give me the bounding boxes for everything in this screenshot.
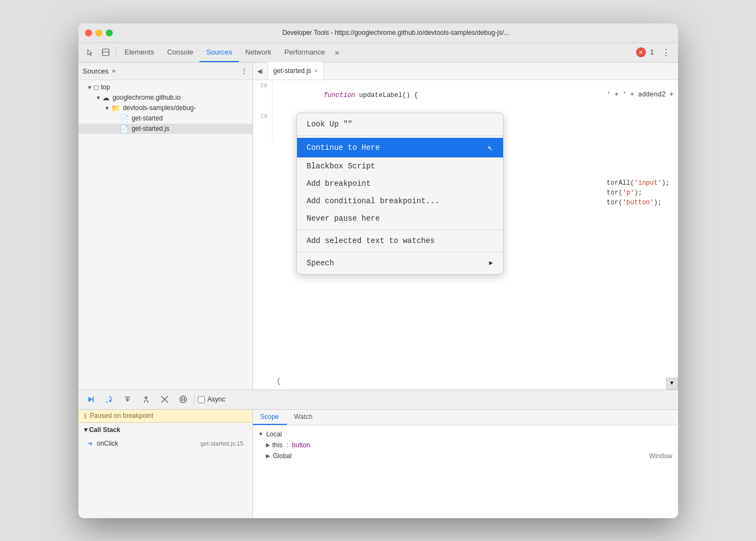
tab-network[interactable]: Network xyxy=(239,42,278,62)
scope-local-label: Local xyxy=(266,430,282,438)
svg-point-6 xyxy=(180,396,186,403)
async-checkbox[interactable]: Async xyxy=(198,396,226,403)
editor-panel: ◀| get-started.js × 28 function updateLa… xyxy=(253,63,678,390)
call-entry-file: get-started.js:15 xyxy=(201,440,244,447)
deactivate-breakpoints-button[interactable] xyxy=(157,392,172,407)
debug-toolbar: Async xyxy=(78,390,678,409)
closing-brace: { xyxy=(277,378,281,385)
svg-rect-8 xyxy=(184,398,185,401)
cursor-icon[interactable] xyxy=(83,45,98,60)
editor-tab-close[interactable]: × xyxy=(315,68,318,74)
maximize-button[interactable] xyxy=(106,29,113,37)
sources-panel-menu[interactable]: ⋮ xyxy=(240,66,248,75)
step-into-button[interactable] xyxy=(120,392,135,407)
ctx-add-selected-text[interactable]: Add selected text to watches xyxy=(297,232,503,250)
minimize-button[interactable] xyxy=(95,29,102,37)
paused-banner: ℹ Paused on breakpoint xyxy=(78,410,252,423)
ctx-blackbox-script[interactable]: Blackbox Script xyxy=(297,157,503,175)
scope-local-arrow: ▼ xyxy=(258,431,264,437)
tab-elements[interactable]: Elements xyxy=(118,42,161,62)
cursor-symbol: ↖ xyxy=(488,142,493,153)
call-arrow-icon: ➜ xyxy=(87,440,93,447)
editor-tabs: ◀| get-started.js × xyxy=(253,63,678,80)
tree-item-devtools-samples[interactable]: ▼ 📁 devtools-samples/debug- xyxy=(78,103,252,113)
call-stack-entry-onclick[interactable]: ➜ onClick get-started.js:15 xyxy=(78,437,252,450)
devtools-menu-button[interactable]: ⋮ xyxy=(658,45,674,60)
scope-this-value: button xyxy=(292,441,310,449)
paused-label: Paused on breakpoint xyxy=(90,412,154,420)
devtools-tab-bar: Elements Console Sources Network Perform… xyxy=(78,43,678,63)
ctx-add-conditional-breakpoint[interactable]: Add conditional breakpoint... xyxy=(297,192,503,210)
tab-separator xyxy=(116,47,116,58)
file-tree: ▼ □ top ▼ ☁ googlechrome.github.io ▼ 📁 d… xyxy=(78,80,252,390)
editor-file-tab-label: get-started.js xyxy=(274,67,311,75)
scope-tab-bar: Scope Watch xyxy=(253,410,678,425)
error-badge: ✕ xyxy=(636,47,646,57)
tree-item-get-started-html[interactable]: ▼ 📄 get-started xyxy=(78,113,252,124)
folder-icon: □ xyxy=(94,83,98,92)
error-section: ✕ 1 xyxy=(636,47,658,57)
tree-item-googlechrome[interactable]: ▼ ☁ googlechrome.github.io xyxy=(78,93,252,103)
sources-panel: Sources » ⋮ ▼ □ top ▼ ☁ googlechrome.git… xyxy=(78,63,253,390)
file-icon: 📄 xyxy=(120,114,129,123)
ctx-separator-2 xyxy=(297,229,503,230)
ctx-separator-3 xyxy=(297,252,503,252)
ctx-separator-1 xyxy=(297,135,503,136)
tree-item-top[interactable]: ▼ □ top xyxy=(78,82,252,93)
more-tabs-button[interactable]: » xyxy=(331,48,342,57)
ctx-arrow-icon: ▶ xyxy=(489,259,493,267)
svg-rect-2 xyxy=(93,397,94,402)
js-file-icon: 📄 xyxy=(120,125,129,133)
code-area[interactable]: 28 function updateLabel() { 29 var adden… xyxy=(253,80,678,390)
ctx-look-up[interactable]: Look Up "" xyxy=(297,116,503,133)
editor-file-tab-get-started-js[interactable]: get-started.js × xyxy=(268,62,324,80)
async-label: Async xyxy=(208,396,226,403)
cloud-icon: ☁ xyxy=(102,94,110,102)
ctx-never-pause-here[interactable]: Never pause here xyxy=(297,210,503,227)
call-stack-panel: ℹ Paused on breakpoint ▼ Call Stack ➜ on… xyxy=(78,410,253,518)
dock-icon[interactable] xyxy=(98,45,113,60)
scope-panel: Scope Watch ▼ Local ▶ this : button xyxy=(253,410,678,518)
ctx-speech[interactable]: Speech ▶ xyxy=(297,254,503,272)
scope-global-section[interactable]: ▶ Global Window xyxy=(253,451,678,461)
toolbar-separator xyxy=(194,394,195,405)
tree-item-get-started-js[interactable]: ▼ 📄 get-started.js xyxy=(78,124,252,134)
scroll-to-bottom[interactable]: ▼ xyxy=(666,378,678,390)
tab-console[interactable]: Console xyxy=(161,42,200,62)
scope-content: ▼ Local ▶ this : button ▶ Global Window xyxy=(253,425,678,518)
devtools-window: Developer Tools - https://googlechrome.g… xyxy=(78,23,678,518)
code-snippet-line3: tor('p'); xyxy=(607,188,673,198)
scope-this-entry[interactable]: ▶ this : button xyxy=(253,440,678,451)
call-entry-name: onClick xyxy=(97,440,118,447)
info-icon: ℹ xyxy=(84,412,87,420)
ctx-add-breakpoint[interactable]: Add breakpoint xyxy=(297,175,503,192)
main-area: Sources » ⋮ ▼ □ top ▼ ☁ googlechrome.git… xyxy=(78,63,678,390)
svg-rect-1 xyxy=(102,52,109,52)
scope-this-key: this xyxy=(273,441,283,449)
svg-rect-7 xyxy=(182,398,183,401)
tab-watch[interactable]: Watch xyxy=(287,410,320,425)
tab-sources[interactable]: Sources xyxy=(199,42,239,62)
code-snippet-line4: tor('button'); xyxy=(607,198,673,208)
tab-performance[interactable]: Performance xyxy=(278,42,331,62)
traffic-lights xyxy=(85,29,113,37)
resume-button[interactable] xyxy=(83,392,98,407)
editor-nav-back[interactable]: ◀| xyxy=(253,63,268,78)
code-snippet-line2: torAll('input'); xyxy=(607,178,673,188)
call-stack-title[interactable]: ▼ Call Stack xyxy=(78,423,252,437)
async-input[interactable] xyxy=(198,396,205,403)
context-menu: Look Up "" Continue to Here ↖ Blackbox S… xyxy=(297,113,504,275)
tab-scope[interactable]: Scope xyxy=(253,410,287,425)
step-over-button[interactable] xyxy=(101,392,117,407)
close-button[interactable] xyxy=(85,29,92,37)
sources-panel-more[interactable]: » xyxy=(112,67,116,75)
scope-global-arrow: ▶ xyxy=(266,453,270,459)
title-bar: Developer Tools - https://googlechrome.g… xyxy=(78,23,678,43)
window-title: Developer Tools - https://googlechrome.g… xyxy=(120,29,672,37)
scope-global-label: Global xyxy=(273,452,292,460)
scope-local-section[interactable]: ▼ Local xyxy=(253,429,678,440)
ctx-continue-to-here[interactable]: Continue to Here ↖ xyxy=(297,138,503,157)
pause-on-exceptions-button[interactable] xyxy=(176,392,191,407)
step-out-button[interactable] xyxy=(138,392,154,407)
bottom-panels: ℹ Paused on breakpoint ▼ Call Stack ➜ on… xyxy=(78,409,678,518)
